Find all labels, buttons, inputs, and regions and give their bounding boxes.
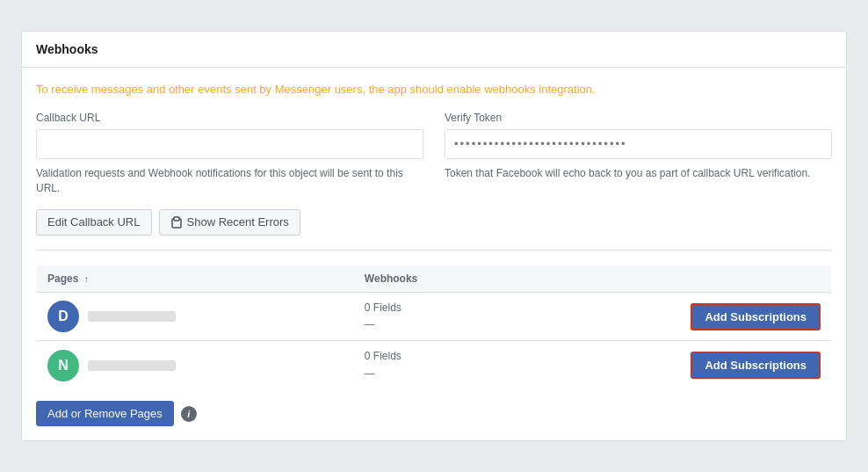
table-row: N 0 Fields — Add Subscriptions: [37, 341, 832, 389]
webhooks-cell-1: 0 Fields —: [365, 300, 501, 333]
avatar-1: D: [47, 301, 79, 332]
verify-token-input[interactable]: [445, 129, 832, 159]
callback-url-input[interactable]: [36, 129, 423, 159]
add-subscriptions-button-2[interactable]: Add Subscriptions: [691, 352, 821, 379]
verify-token-hint: Token that Facebook will echo back to yo…: [445, 166, 832, 196]
info-message: To receive messages and other events sen…: [36, 82, 832, 98]
verify-token-label: Verify Token: [445, 112, 832, 124]
fields-sub-1: —: [365, 316, 501, 333]
fields-sub-2: —: [365, 366, 501, 382]
sort-icon: ↑: [84, 274, 89, 284]
callback-url-hint: Validation requests and Webhook notifica…: [36, 166, 423, 196]
webhooks-cell-2: 0 Fields —: [365, 348, 501, 381]
svg-rect-1: [174, 217, 179, 221]
callback-url-label: Callback URL: [36, 112, 423, 124]
fields-count-2: 0 Fields: [365, 348, 501, 365]
webhooks-column-header: Webhooks: [354, 265, 511, 293]
page-cell-1: D: [47, 301, 344, 332]
action-column-header: [511, 265, 832, 293]
add-or-remove-pages-button[interactable]: Add or Remove Pages: [36, 401, 174, 427]
edit-callback-url-button[interactable]: Edit Callback URL: [36, 209, 152, 236]
page-name-2: [88, 360, 176, 371]
table-row: D 0 Fields — Add Subscriptions: [37, 293, 832, 341]
panel-title: Webhooks: [22, 32, 846, 68]
avatar-2: N: [47, 350, 79, 381]
webhooks-panel: Webhooks To receive messages and other e…: [21, 31, 847, 442]
show-recent-errors-button[interactable]: Show Recent Errors: [159, 209, 300, 236]
page-cell-2: N: [47, 350, 344, 381]
pages-column-header: Pages ↑: [37, 265, 354, 293]
clipboard-icon: [170, 216, 183, 229]
info-icon[interactable]: i: [181, 406, 197, 422]
page-name-1: [88, 311, 176, 322]
add-subscriptions-button-1[interactable]: Add Subscriptions: [691, 303, 821, 330]
pages-table-section: Pages ↑ Webhooks D: [36, 265, 832, 426]
fields-count-1: 0 Fields: [365, 300, 501, 316]
pages-table: Pages ↑ Webhooks D: [36, 265, 832, 390]
